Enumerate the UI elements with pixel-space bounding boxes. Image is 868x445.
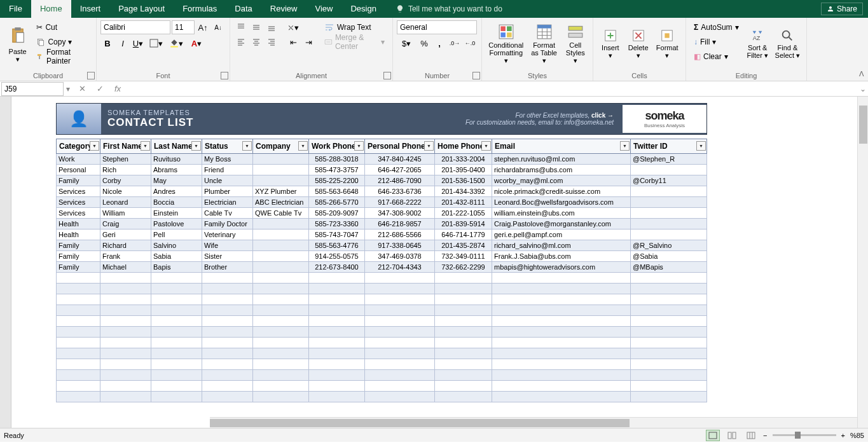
grid-viewport[interactable]: 👤 SOMEKA TEMPLATES CONTACT LIST For othe… xyxy=(11,97,868,428)
align-center-button[interactable] xyxy=(249,35,263,49)
cell[interactable] xyxy=(309,348,365,359)
cell[interactable] xyxy=(631,327,707,338)
cell[interactable] xyxy=(151,327,202,338)
cell[interactable]: Bapis xyxy=(151,262,202,273)
cell[interactable]: @Corby11 xyxy=(631,175,707,186)
cell[interactable]: Services xyxy=(56,186,100,197)
cell[interactable]: @MBapis xyxy=(631,262,707,273)
cell[interactable] xyxy=(253,262,309,273)
filter-button[interactable]: ▼ xyxy=(141,141,150,151)
enter-formula-button[interactable]: ✓ xyxy=(93,82,107,96)
table-row-empty[interactable] xyxy=(56,392,707,402)
cell[interactable] xyxy=(151,316,202,327)
cell[interactable]: Geri xyxy=(100,229,151,240)
fill-color-button[interactable]: ▾ xyxy=(167,36,186,50)
column-header-last-name[interactable]: Last Name▼ xyxy=(151,139,202,154)
cell[interactable]: 917-668-2222 xyxy=(365,197,435,208)
cell[interactable]: 917-338-0645 xyxy=(365,240,435,251)
cell[interactable]: Craig.Pastolove@morganstanley.com xyxy=(492,219,631,229)
cell[interactable] xyxy=(100,305,151,316)
format-as-table-button[interactable]: Format as Table ▾ xyxy=(528,20,561,67)
cell[interactable]: 212-486-7090 xyxy=(365,175,435,186)
accounting-button[interactable]: $▾ xyxy=(397,36,416,50)
cell[interactable]: Services xyxy=(56,197,100,208)
filter-button[interactable]: ▼ xyxy=(424,141,434,151)
table-row-empty[interactable] xyxy=(56,338,707,348)
cell[interactable]: 585-723-3360 xyxy=(309,219,365,229)
cell[interactable] xyxy=(492,348,631,359)
cell[interactable] xyxy=(365,359,435,370)
cell[interactable]: 347-469-0378 xyxy=(365,251,435,262)
cell[interactable] xyxy=(492,327,631,338)
page-layout-button[interactable] xyxy=(725,430,739,441)
table-row[interactable]: PersonalRichAbramsFriend585-473-3757646-… xyxy=(56,165,707,175)
cell[interactable] xyxy=(309,338,365,348)
horizontal-scrollbar[interactable] xyxy=(210,417,857,428)
cell[interactable]: Family Doctor xyxy=(202,219,253,229)
underline-button[interactable]: U▾ xyxy=(131,36,145,50)
cell[interactable]: Ruvituso xyxy=(151,154,202,165)
cell[interactable] xyxy=(631,208,707,219)
cell[interactable] xyxy=(309,294,365,305)
cell[interactable] xyxy=(100,359,151,370)
cell[interactable] xyxy=(56,392,100,402)
page-break-button[interactable] xyxy=(744,430,758,441)
cell[interactable] xyxy=(309,327,365,338)
cell[interactable] xyxy=(253,348,309,359)
tab-view[interactable]: View xyxy=(306,0,341,18)
borders-button[interactable]: ▾ xyxy=(146,36,165,50)
cell[interactable] xyxy=(100,273,151,284)
cell[interactable]: nicole.primack@credit-suisse.com xyxy=(492,186,631,197)
cell[interactable] xyxy=(309,381,365,392)
cell[interactable] xyxy=(435,305,492,316)
table-row-empty[interactable] xyxy=(56,273,707,284)
cell[interactable] xyxy=(435,327,492,338)
cell[interactable]: Boccia xyxy=(151,197,202,208)
column-header-work-phone[interactable]: Work Phone▼ xyxy=(309,139,365,154)
zoom-thumb[interactable] xyxy=(795,432,801,439)
zoom-in-button[interactable]: + xyxy=(841,432,845,439)
format-cells-button[interactable]: Format▾ xyxy=(652,20,682,67)
table-row[interactable]: ServicesWilliamEinsteinCable TvQWE Cable… xyxy=(56,208,707,219)
cell[interactable] xyxy=(492,294,631,305)
cell[interactable] xyxy=(631,338,707,348)
cell[interactable] xyxy=(253,175,309,186)
cell[interactable] xyxy=(365,273,435,284)
cell[interactable]: Family xyxy=(56,262,100,273)
cell[interactable] xyxy=(56,294,100,305)
cell[interactable] xyxy=(253,154,309,165)
cell[interactable]: Pastolove xyxy=(151,219,202,229)
number-launcher[interactable] xyxy=(472,72,480,79)
align-top-button[interactable] xyxy=(234,20,248,34)
cell[interactable]: 347-308-9002 xyxy=(365,208,435,219)
cell[interactable] xyxy=(492,381,631,392)
cell[interactable]: Sabia xyxy=(151,251,202,262)
tab-home[interactable]: Home xyxy=(31,0,71,18)
cell[interactable] xyxy=(492,284,631,294)
column-header-first-name[interactable]: First Name▼ xyxy=(100,139,151,154)
tab-review[interactable]: Review xyxy=(261,0,307,18)
cell[interactable]: Health xyxy=(56,219,100,229)
increase-decimal-button[interactable]: .0→ xyxy=(448,36,462,50)
increase-indent-button[interactable]: ⇥ xyxy=(301,35,315,49)
cell[interactable]: 201-434-3392 xyxy=(435,186,492,197)
cell[interactable]: 347-840-4245 xyxy=(365,154,435,165)
cell[interactable] xyxy=(253,327,309,338)
autosum-button[interactable]: ΣAutoSum ▾ xyxy=(690,20,743,34)
cell[interactable]: 585-563-6648 xyxy=(309,186,365,197)
cell[interactable] xyxy=(202,392,253,402)
share-button[interactable]: Share xyxy=(821,3,863,15)
cancel-formula-button[interactable]: ✕ xyxy=(75,82,89,96)
formula-input[interactable] xyxy=(128,82,858,96)
cell-styles-button[interactable]: Cell Styles ▾ xyxy=(562,20,589,67)
cell[interactable] xyxy=(253,165,309,175)
cell[interactable] xyxy=(202,348,253,359)
cut-button[interactable]: ✂Cut xyxy=(32,20,92,34)
cell[interactable]: Andres xyxy=(151,186,202,197)
decrease-font-button[interactable]: A↓ xyxy=(211,20,225,34)
cell[interactable] xyxy=(631,294,707,305)
cell[interactable]: Wife xyxy=(202,240,253,251)
ribbon-collapse-button[interactable]: ᐱ xyxy=(859,70,864,78)
cell[interactable]: 201-222-1055 xyxy=(435,208,492,219)
cell[interactable]: Friend xyxy=(202,165,253,175)
